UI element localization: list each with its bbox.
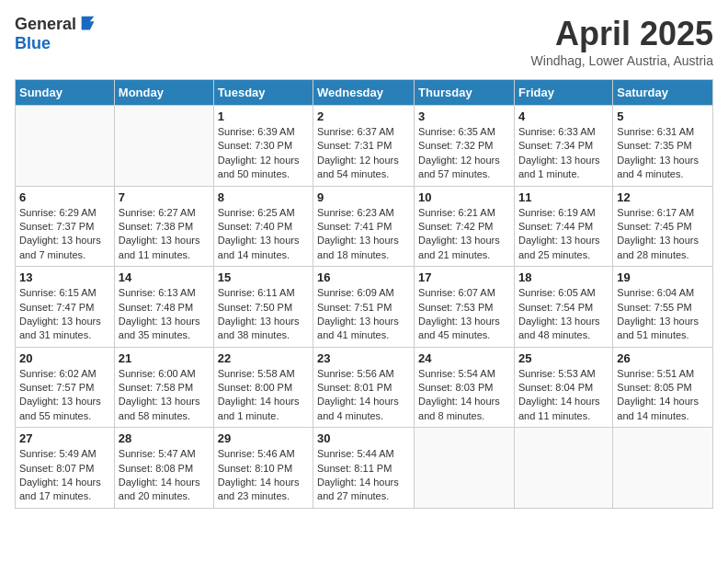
day-info: Sunrise: 6:17 AM Sunset: 7:45 PM Dayligh… <box>617 206 709 263</box>
day-info: Sunrise: 6:21 AM Sunset: 7:42 PM Dayligh… <box>418 206 510 263</box>
calendar-cell: 14Sunrise: 6:13 AM Sunset: 7:48 PM Dayli… <box>114 267 213 348</box>
day-info: Sunrise: 6:23 AM Sunset: 7:41 PM Dayligh… <box>317 206 410 263</box>
weekday-header-sunday: Sunday <box>16 80 115 106</box>
day-info: Sunrise: 6:04 AM Sunset: 7:55 PM Dayligh… <box>617 286 709 343</box>
day-number: 17 <box>418 270 510 284</box>
day-number: 29 <box>218 431 309 445</box>
day-info: Sunrise: 6:37 AM Sunset: 7:31 PM Dayligh… <box>317 125 410 182</box>
day-number: 9 <box>317 190 410 204</box>
calendar-cell: 10Sunrise: 6:21 AM Sunset: 7:42 PM Dayli… <box>415 186 515 267</box>
day-info: Sunrise: 5:56 AM Sunset: 8:01 PM Dayligh… <box>317 367 410 424</box>
calendar-cell: 30Sunrise: 5:44 AM Sunset: 8:11 PM Dayli… <box>313 428 415 509</box>
weekday-header-saturday: Saturday <box>613 80 713 106</box>
day-info: Sunrise: 5:46 AM Sunset: 8:10 PM Dayligh… <box>218 447 309 504</box>
day-info: Sunrise: 6:02 AM Sunset: 7:57 PM Dayligh… <box>19 367 110 424</box>
day-info: Sunrise: 6:00 AM Sunset: 7:58 PM Dayligh… <box>119 367 210 424</box>
calendar-week-5: 27Sunrise: 5:49 AM Sunset: 8:07 PM Dayli… <box>16 428 713 509</box>
calendar-cell: 20Sunrise: 6:02 AM Sunset: 7:57 PM Dayli… <box>16 347 115 428</box>
calendar-cell: 6Sunrise: 6:29 AM Sunset: 7:37 PM Daylig… <box>16 186 115 267</box>
calendar-cell: 13Sunrise: 6:15 AM Sunset: 7:47 PM Dayli… <box>16 267 115 348</box>
day-info: Sunrise: 5:54 AM Sunset: 8:03 PM Dayligh… <box>418 367 510 424</box>
calendar-cell: 17Sunrise: 6:07 AM Sunset: 7:53 PM Dayli… <box>415 267 515 348</box>
day-number: 26 <box>617 351 709 365</box>
day-number: 24 <box>418 351 510 365</box>
logo-general-text: General <box>15 16 76 34</box>
weekday-header-friday: Friday <box>514 80 612 106</box>
calendar-cell: 5Sunrise: 6:31 AM Sunset: 7:35 PM Daylig… <box>613 106 713 187</box>
calendar-cell: 4Sunrise: 6:33 AM Sunset: 7:34 PM Daylig… <box>514 106 612 187</box>
day-number: 15 <box>218 270 309 284</box>
day-number: 11 <box>518 190 609 204</box>
page-header: General Blue April 2025 Windhag, Lower A… <box>15 15 713 68</box>
day-info: Sunrise: 5:44 AM Sunset: 8:11 PM Dayligh… <box>317 447 410 504</box>
day-number: 12 <box>617 190 709 204</box>
weekday-header-wednesday: Wednesday <box>313 80 415 106</box>
logo: General Blue <box>15 15 98 53</box>
day-number: 16 <box>317 270 410 284</box>
day-info: Sunrise: 6:19 AM Sunset: 7:44 PM Dayligh… <box>518 206 609 263</box>
day-number: 30 <box>317 431 410 445</box>
day-info: Sunrise: 6:31 AM Sunset: 7:35 PM Dayligh… <box>617 125 709 182</box>
logo-blue-text: Blue <box>15 35 98 53</box>
day-number: 22 <box>218 351 309 365</box>
calendar-cell <box>415 428 515 509</box>
day-number: 3 <box>418 109 510 123</box>
weekday-header-thursday: Thursday <box>415 80 515 106</box>
day-info: Sunrise: 6:35 AM Sunset: 7:32 PM Dayligh… <box>418 125 510 182</box>
day-info: Sunrise: 6:05 AM Sunset: 7:54 PM Dayligh… <box>518 286 609 343</box>
day-info: Sunrise: 6:33 AM Sunset: 7:34 PM Dayligh… <box>518 125 609 182</box>
calendar-cell: 22Sunrise: 5:58 AM Sunset: 8:00 PM Dayli… <box>213 347 313 428</box>
day-number: 23 <box>317 351 410 365</box>
weekday-header-monday: Monday <box>114 80 213 106</box>
calendar-cell: 26Sunrise: 5:51 AM Sunset: 8:05 PM Dayli… <box>613 347 713 428</box>
calendar-week-3: 13Sunrise: 6:15 AM Sunset: 7:47 PM Dayli… <box>16 267 713 348</box>
calendar-cell: 21Sunrise: 6:00 AM Sunset: 7:58 PM Dayli… <box>114 347 213 428</box>
day-number: 25 <box>518 351 609 365</box>
calendar-cell <box>613 428 713 509</box>
day-number: 18 <box>518 270 609 284</box>
day-info: Sunrise: 6:09 AM Sunset: 7:51 PM Dayligh… <box>317 286 410 343</box>
day-info: Sunrise: 5:51 AM Sunset: 8:05 PM Dayligh… <box>617 367 709 424</box>
title-block: April 2025 Windhag, Lower Austria, Austr… <box>531 15 713 68</box>
calendar-cell: 28Sunrise: 5:47 AM Sunset: 8:08 PM Dayli… <box>114 428 213 509</box>
calendar-cell: 1Sunrise: 6:39 AM Sunset: 7:30 PM Daylig… <box>213 106 313 187</box>
day-info: Sunrise: 6:07 AM Sunset: 7:53 PM Dayligh… <box>418 286 510 343</box>
day-info: Sunrise: 6:11 AM Sunset: 7:50 PM Dayligh… <box>218 286 309 343</box>
day-number: 7 <box>119 190 210 204</box>
day-info: Sunrise: 6:29 AM Sunset: 7:37 PM Dayligh… <box>19 206 110 263</box>
day-number: 6 <box>19 190 110 204</box>
calendar-cell <box>114 106 213 187</box>
weekday-header-tuesday: Tuesday <box>213 80 313 106</box>
calendar-cell: 9Sunrise: 6:23 AM Sunset: 7:41 PM Daylig… <box>313 186 415 267</box>
day-info: Sunrise: 5:47 AM Sunset: 8:08 PM Dayligh… <box>119 447 210 504</box>
calendar-week-4: 20Sunrise: 6:02 AM Sunset: 7:57 PM Dayli… <box>16 347 713 428</box>
day-number: 13 <box>19 270 110 284</box>
calendar-cell <box>514 428 612 509</box>
day-number: 8 <box>218 190 309 204</box>
day-number: 28 <box>119 431 210 445</box>
calendar-week-1: 1Sunrise: 6:39 AM Sunset: 7:30 PM Daylig… <box>16 106 713 187</box>
day-number: 21 <box>119 351 210 365</box>
day-number: 5 <box>617 109 709 123</box>
day-info: Sunrise: 5:49 AM Sunset: 8:07 PM Dayligh… <box>19 447 110 504</box>
location-text: Windhag, Lower Austria, Austria <box>531 53 713 68</box>
calendar-cell: 19Sunrise: 6:04 AM Sunset: 7:55 PM Dayli… <box>613 267 713 348</box>
day-number: 1 <box>218 109 309 123</box>
svg-marker-0 <box>82 17 95 30</box>
calendar-cell: 3Sunrise: 6:35 AM Sunset: 7:32 PM Daylig… <box>415 106 515 187</box>
calendar-cell: 27Sunrise: 5:49 AM Sunset: 8:07 PM Dayli… <box>16 428 115 509</box>
calendar-cell <box>16 106 115 187</box>
calendar-cell: 2Sunrise: 6:37 AM Sunset: 7:31 PM Daylig… <box>313 106 415 187</box>
calendar-cell: 12Sunrise: 6:17 AM Sunset: 7:45 PM Dayli… <box>613 186 713 267</box>
day-info: Sunrise: 6:13 AM Sunset: 7:48 PM Dayligh… <box>119 286 210 343</box>
day-info: Sunrise: 6:39 AM Sunset: 7:30 PM Dayligh… <box>218 125 309 182</box>
day-number: 4 <box>518 109 609 123</box>
calendar-cell: 23Sunrise: 5:56 AM Sunset: 8:01 PM Dayli… <box>313 347 415 428</box>
day-info: Sunrise: 6:27 AM Sunset: 7:38 PM Dayligh… <box>119 206 210 263</box>
day-info: Sunrise: 6:25 AM Sunset: 7:40 PM Dayligh… <box>218 206 309 263</box>
calendar-cell: 11Sunrise: 6:19 AM Sunset: 7:44 PM Dayli… <box>514 186 612 267</box>
day-number: 19 <box>617 270 709 284</box>
calendar-cell: 25Sunrise: 5:53 AM Sunset: 8:04 PM Dayli… <box>514 347 612 428</box>
day-info: Sunrise: 5:53 AM Sunset: 8:04 PM Dayligh… <box>518 367 609 424</box>
calendar-table: SundayMondayTuesdayWednesdayThursdayFrid… <box>15 79 713 509</box>
